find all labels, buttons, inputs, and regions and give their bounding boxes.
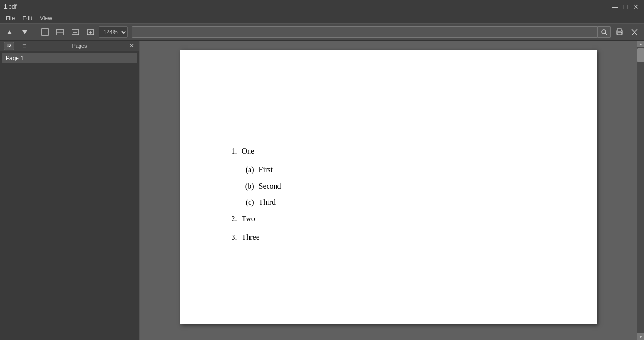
- nav-down-button[interactable]: [18, 26, 31, 39]
- sub-item-a: (a) First: [237, 163, 559, 177]
- nav-up-button[interactable]: [3, 26, 16, 39]
- svg-point-10: [602, 30, 606, 34]
- pdf-content: 1. One (a) First (b) Second: [218, 145, 559, 244]
- sub-item-c: (c) Third: [237, 196, 559, 209]
- menu-bar: File Edit View: [0, 13, 644, 24]
- sub-text-second: Second: [259, 180, 281, 193]
- sub-label-c: (c): [237, 196, 254, 209]
- sub-label-a: (a): [237, 163, 254, 177]
- pdf-area[interactable]: 1. One (a) First (b) Second: [140, 41, 637, 340]
- sub-text-third: Third: [259, 196, 276, 209]
- zoom-in-button[interactable]: [84, 26, 97, 39]
- sidebar: 12 ≡ Pages ✕ Page 1: [0, 41, 140, 340]
- list-num-2: 2.: [218, 212, 237, 226]
- sub-item-b: (b) Second: [237, 180, 559, 193]
- list-num-3: 3.: [218, 231, 237, 244]
- pdf-page: 1. One (a) First (b) Second: [180, 50, 597, 324]
- scrollbar-track[interactable]: [637, 47, 644, 333]
- pages-icon-btn[interactable]: 12: [4, 42, 14, 50]
- list-num-1: 1.: [218, 145, 237, 158]
- text-icon-btn[interactable]: ≡: [17, 40, 31, 52]
- sidebar-close-button[interactable]: ✕: [128, 42, 135, 50]
- menu-file[interactable]: File: [2, 14, 18, 23]
- print-button[interactable]: [613, 26, 626, 39]
- zoom-out-button[interactable]: [69, 26, 82, 39]
- list-item-two: 2. Two: [218, 212, 559, 226]
- toolbar: 124% 50% 75% 100% 150% 200%: [0, 24, 644, 41]
- main-layout: 12 ≡ Pages ✕ Page 1 1. One: [0, 41, 644, 340]
- list-text-three: Three: [242, 231, 259, 244]
- sidebar-content: Page 1: [0, 51, 139, 340]
- svg-rect-13: [617, 29, 621, 31]
- sub-text-first: First: [259, 163, 273, 177]
- sidebar-header: 12 ≡ Pages ✕: [0, 41, 139, 51]
- title-bar: 1.pdf — □ ✕: [0, 0, 644, 13]
- scrollbar-thumb[interactable]: [637, 48, 644, 62]
- svg-rect-15: [621, 32, 622, 33]
- menu-view[interactable]: View: [36, 14, 56, 23]
- list-text-one: One: [242, 145, 255, 158]
- separator-1: [35, 27, 35, 37]
- close-button[interactable]: ✕: [632, 2, 640, 11]
- zoom-select[interactable]: 124% 50% 75% 100% 150% 200%: [99, 26, 128, 38]
- sidebar-close-toolbar-btn[interactable]: [628, 26, 641, 39]
- sub-label-b: (b): [237, 180, 254, 193]
- list-sublist-one: (a) First (b) Second (c) Third: [218, 163, 559, 209]
- svg-marker-0: [7, 30, 12, 34]
- pdf-main-list: 1. One (a) First (b) Second: [218, 145, 559, 244]
- svg-rect-2: [42, 29, 48, 35]
- page-item-1[interactable]: Page 1: [2, 53, 137, 63]
- list-item-three: 3. Three: [218, 231, 559, 244]
- search-button[interactable]: [598, 26, 611, 38]
- right-scrollbar: ▲ ▼: [637, 41, 644, 340]
- search-bar: [132, 26, 611, 38]
- scroll-down-arrow[interactable]: ▼: [637, 333, 644, 340]
- scroll-up-arrow[interactable]: ▲: [637, 41, 644, 47]
- sub-list-one: (a) First (b) Second (c) Third: [237, 163, 559, 209]
- svg-marker-1: [22, 30, 27, 34]
- sidebar-title: Pages: [72, 43, 87, 49]
- menu-edit[interactable]: Edit: [18, 14, 36, 23]
- list-text-two: Two: [242, 212, 255, 226]
- list-item-one: 1. One: [218, 145, 559, 158]
- minimize-button[interactable]: —: [611, 2, 619, 11]
- window-controls: — □ ✕: [611, 2, 640, 11]
- fit-width-button[interactable]: [54, 26, 67, 39]
- search-input[interactable]: [132, 26, 598, 38]
- maximize-button[interactable]: □: [621, 2, 630, 11]
- fit-page-button[interactable]: [38, 26, 52, 39]
- window-title: 1.pdf: [4, 3, 17, 10]
- toolbar-right: [613, 26, 641, 39]
- svg-line-11: [605, 33, 607, 35]
